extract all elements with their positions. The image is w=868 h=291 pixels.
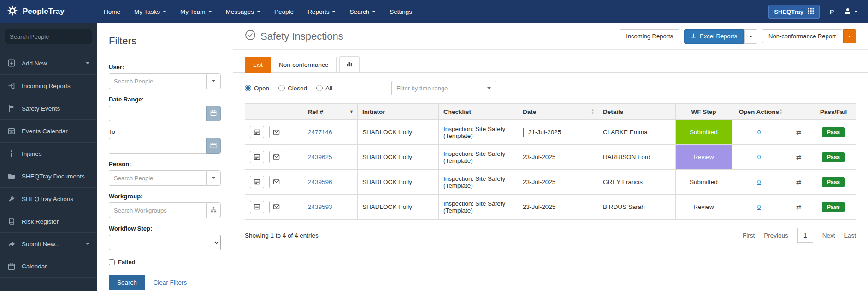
- table-footer: Showing 1 to 4 of 4 entries First Previo…: [233, 220, 868, 251]
- view-form-button[interactable]: [250, 201, 264, 213]
- tab-list[interactable]: List: [245, 57, 271, 73]
- incoming-reports-button[interactable]: Incoming Reports: [620, 29, 679, 43]
- search-button[interactable]: Search: [109, 275, 145, 290]
- time-range-dropdown-button[interactable]: [482, 81, 496, 95]
- view-form-button[interactable]: [250, 151, 264, 163]
- email-button[interactable]: [269, 126, 283, 138]
- ref-header[interactable]: Ref #▼: [303, 104, 358, 120]
- checklist-header[interactable]: Checklist: [439, 104, 518, 120]
- pagination-current-page[interactable]: 1: [797, 228, 813, 243]
- profile-initial[interactable]: P: [827, 6, 837, 17]
- sheqtray-app-button[interactable]: SHEQTray: [768, 5, 820, 19]
- grid-icon: [808, 8, 814, 16]
- wf-step-cell: Submitted: [676, 120, 732, 145]
- wf-step-header[interactable]: WF Step: [676, 104, 732, 120]
- radio-closed[interactable]: Closed: [278, 85, 307, 92]
- nonconformance-report-button[interactable]: Non-conformance Report: [762, 29, 842, 43]
- pass-badge: Pass: [822, 152, 845, 162]
- time-range-input[interactable]: [391, 81, 482, 95]
- workflow-transfer-icon[interactable]: ⇄: [796, 178, 802, 186]
- ref-link[interactable]: 2439593: [308, 203, 332, 210]
- details-header[interactable]: Details: [598, 104, 676, 120]
- nav-settings[interactable]: Settings: [383, 0, 419, 23]
- sidebar-item-safety-events[interactable]: Safety Events: [0, 97, 97, 119]
- user-dropdown-button[interactable]: [206, 73, 221, 89]
- sidebar-item-risk-register[interactable]: Risk Register: [0, 210, 97, 232]
- checklist-cell: Inspection: Site Safety (Template): [439, 195, 518, 220]
- chevron-down-icon: [212, 80, 215, 82]
- person-search-input[interactable]: [109, 170, 206, 186]
- open-actions-link[interactable]: 0: [757, 154, 761, 160]
- workflow-transfer-icon[interactable]: ⇄: [796, 154, 802, 161]
- chevron-down-icon: [257, 11, 260, 12]
- workgroup-search-input[interactable]: [109, 202, 206, 218]
- sidebar-item-sheqtray-actions[interactable]: SHEQTray Actions: [0, 187, 97, 210]
- tab-chart[interactable]: [339, 56, 360, 73]
- plus-square-icon: [7, 59, 16, 67]
- brand-label: PeopleTray: [23, 7, 65, 16]
- table-header-row: Ref #▼ Initiator Checklist Date▲▼ Detail…: [245, 104, 856, 120]
- date-to-input[interactable]: [109, 138, 206, 154]
- sidebar-item-add-new[interactable]: Add New...: [0, 52, 97, 74]
- table-row: 2439625 SHADLOCK Holly Inspection: Site …: [245, 145, 856, 170]
- workgroup-sitemap-button[interactable]: [206, 202, 221, 218]
- person-dropdown-button[interactable]: [206, 170, 221, 186]
- ref-link[interactable]: 2477146: [308, 129, 332, 136]
- open-actions-link[interactable]: 0: [757, 203, 761, 210]
- excel-reports-dropdown-button[interactable]: [744, 29, 757, 44]
- pagination-last[interactable]: Last: [844, 232, 856, 239]
- ref-link[interactable]: 2439625: [308, 154, 332, 160]
- date-from-calendar-button[interactable]: [206, 106, 221, 121]
- email-button[interactable]: [269, 201, 283, 213]
- email-button[interactable]: [269, 151, 283, 163]
- view-form-button[interactable]: [250, 126, 264, 138]
- sidebar-item-injuries[interactable]: Injuries: [0, 142, 97, 165]
- nav-home[interactable]: Home: [97, 0, 127, 23]
- ref-link[interactable]: 2439596: [308, 178, 332, 185]
- sidebar-item-submit-new[interactable]: Submit New...: [0, 232, 97, 255]
- radio-all[interactable]: All: [316, 85, 332, 92]
- nav-reports[interactable]: Reports: [301, 0, 342, 23]
- radio-open[interactable]: Open: [245, 85, 269, 92]
- sidebar-item-incoming-reports[interactable]: Incoming Reports: [0, 74, 97, 97]
- excel-reports-button[interactable]: Excel Reports: [684, 29, 744, 44]
- sidebar-item-calendar[interactable]: Calendar: [0, 255, 97, 278]
- date-header[interactable]: Date▲▼: [518, 104, 598, 120]
- sidebar-item-events-calendar[interactable]: Events Calendar: [0, 119, 97, 142]
- initiator-cell: SHADLOCK Holly: [358, 145, 439, 170]
- sidebar-item-sheqtray-documents[interactable]: SHEQTray Documents: [0, 165, 97, 187]
- open-actions-link[interactable]: 0: [757, 178, 761, 185]
- user-search-input[interactable]: [109, 73, 206, 89]
- workflow-step-select[interactable]: [109, 235, 221, 250]
- nav-my-tasks[interactable]: My Tasks: [127, 0, 173, 23]
- calendar-icon: [7, 263, 16, 270]
- clear-filters-link[interactable]: Clear Filters: [154, 279, 187, 286]
- pagination-next[interactable]: Next: [822, 232, 835, 239]
- brand[interactable]: PeopleTray: [0, 5, 97, 19]
- nav-search[interactable]: Search: [342, 0, 383, 23]
- workflow-transfer-icon[interactable]: ⇄: [796, 129, 802, 136]
- tab-nonconformance[interactable]: Non-conformance: [271, 57, 337, 73]
- nonconformance-report-dropdown-button[interactable]: [843, 29, 856, 43]
- nav-my-team[interactable]: My Team: [173, 0, 219, 23]
- workflow-transfer-icon[interactable]: ⇄: [796, 203, 802, 211]
- wrench-icon: [7, 195, 16, 202]
- pass-fail-header[interactable]: Pass/Fail: [811, 104, 856, 120]
- pagination-previous[interactable]: Previous: [764, 232, 788, 239]
- view-form-button[interactable]: [250, 176, 264, 188]
- user-menu[interactable]: [844, 7, 858, 16]
- nav-people[interactable]: People: [267, 0, 301, 23]
- row-actions-cell: [245, 145, 303, 170]
- initiator-header[interactable]: Initiator: [358, 104, 439, 120]
- date-from-input[interactable]: [109, 106, 206, 121]
- date-to-calendar-button[interactable]: [206, 138, 221, 154]
- open-actions-link[interactable]: 0: [757, 129, 761, 136]
- sidebar-search-input[interactable]: [5, 29, 92, 44]
- checklist-cell: Inspection: Site Safety (Template): [439, 120, 518, 145]
- open-actions-header[interactable]: Open Actions▲▼: [732, 104, 786, 120]
- failed-checkbox[interactable]: [109, 259, 115, 265]
- nav-messages[interactable]: Messages: [219, 0, 268, 23]
- pagination-first[interactable]: First: [743, 232, 755, 239]
- main-nav: Home My Tasks My Team Messages People Re…: [97, 0, 419, 23]
- email-button[interactable]: [269, 176, 283, 188]
